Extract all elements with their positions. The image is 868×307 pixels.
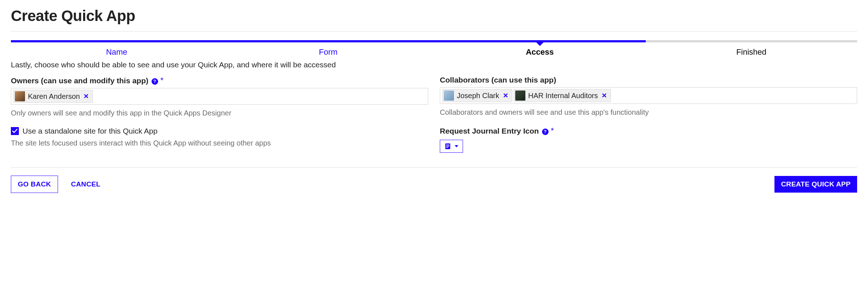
required-indicator: * bbox=[551, 126, 554, 135]
required-indicator: * bbox=[160, 76, 164, 85]
wizard-step-access: Access bbox=[434, 47, 646, 57]
standalone-checkbox[interactable] bbox=[11, 127, 19, 135]
icon-picker[interactable] bbox=[440, 140, 463, 153]
icon-field-label: Request Journal Entry Icon bbox=[440, 127, 539, 135]
step-instruction: Lastly, choose who should be able to see… bbox=[11, 60, 857, 69]
wizard-step-form[interactable]: Form bbox=[223, 47, 434, 57]
remove-tag-icon[interactable]: ✕ bbox=[502, 92, 509, 100]
collaborator-tag-label: Joseph Clark bbox=[457, 92, 499, 100]
standalone-help-text: The site lets focused users interact wit… bbox=[11, 139, 428, 147]
create-quick-app-page: Create Quick App Name Form Access Finish… bbox=[0, 0, 868, 204]
avatar bbox=[515, 91, 525, 101]
collaborators-input[interactable]: Joseph Clark ✕ HAR Internal Auditors ✕ bbox=[440, 87, 857, 104]
wizard-seg-name bbox=[11, 40, 223, 42]
right-column: Collaborators (can use this app) Joseph … bbox=[440, 76, 857, 153]
wizard-track bbox=[11, 40, 857, 42]
owners-field: Owners (can use and modify this app) ? *… bbox=[11, 76, 428, 117]
go-back-button[interactable]: GO BACK bbox=[11, 176, 58, 193]
collaborators-field: Collaborators (can use this app) Joseph … bbox=[440, 76, 857, 117]
owner-tag-label: Karen Anderson bbox=[28, 92, 80, 101]
wizard-step-finished: Finished bbox=[646, 47, 857, 57]
collaborator-tag-label: HAR Internal Auditors bbox=[528, 92, 598, 100]
collaborator-tag: Joseph Clark ✕ bbox=[442, 89, 512, 102]
form-columns: Owners (can use and modify this app) ? *… bbox=[11, 76, 857, 153]
help-icon[interactable]: ? bbox=[152, 78, 158, 85]
owners-help-text: Only owners will see and modify this app… bbox=[11, 109, 428, 117]
owner-tag: Karen Anderson ✕ bbox=[13, 90, 93, 103]
document-icon bbox=[445, 143, 451, 150]
icon-field: Request Journal Entry Icon ? * bbox=[440, 126, 857, 153]
svg-rect-3 bbox=[446, 147, 449, 148]
collaborators-label: Collaborators (can use this app) bbox=[440, 76, 556, 84]
avatar bbox=[444, 91, 454, 101]
wizard-seg-form bbox=[223, 40, 434, 42]
divider bbox=[11, 31, 857, 31]
left-column: Owners (can use and modify this app) ? *… bbox=[11, 76, 428, 153]
owners-label: Owners (can use and modify this app) bbox=[11, 76, 148, 85]
svg-rect-2 bbox=[446, 146, 450, 147]
footer-actions: GO BACK CANCEL CREATE QUICK APP bbox=[11, 167, 857, 193]
collaborators-help-text: Collaborators and owners will see and us… bbox=[440, 108, 857, 117]
svg-rect-1 bbox=[446, 145, 450, 146]
chevron-down-icon bbox=[455, 145, 458, 147]
owners-input[interactable]: Karen Anderson ✕ bbox=[11, 88, 428, 105]
wizard-step-name[interactable]: Name bbox=[11, 47, 223, 57]
help-icon[interactable]: ? bbox=[542, 129, 549, 135]
create-quick-app-button[interactable]: CREATE QUICK APP bbox=[774, 176, 857, 193]
avatar bbox=[15, 91, 25, 101]
wizard-seg-finished bbox=[646, 40, 857, 42]
checkmark-icon bbox=[12, 128, 18, 134]
wizard-labels: Name Form Access Finished bbox=[11, 47, 857, 57]
remove-tag-icon[interactable]: ✕ bbox=[83, 92, 90, 100]
collaborator-tag: HAR Internal Auditors ✕ bbox=[514, 89, 611, 102]
page-title: Create Quick App bbox=[11, 7, 857, 25]
standalone-site-row: Use a standalone site for this Quick App bbox=[11, 127, 428, 135]
standalone-checkbox-label: Use a standalone site for this Quick App bbox=[22, 127, 157, 135]
cancel-button[interactable]: CANCEL bbox=[65, 176, 107, 193]
remove-tag-icon[interactable]: ✕ bbox=[601, 92, 608, 100]
wizard-active-pointer-icon bbox=[536, 42, 543, 46]
wizard-stepper: Name Form Access Finished bbox=[11, 40, 857, 57]
